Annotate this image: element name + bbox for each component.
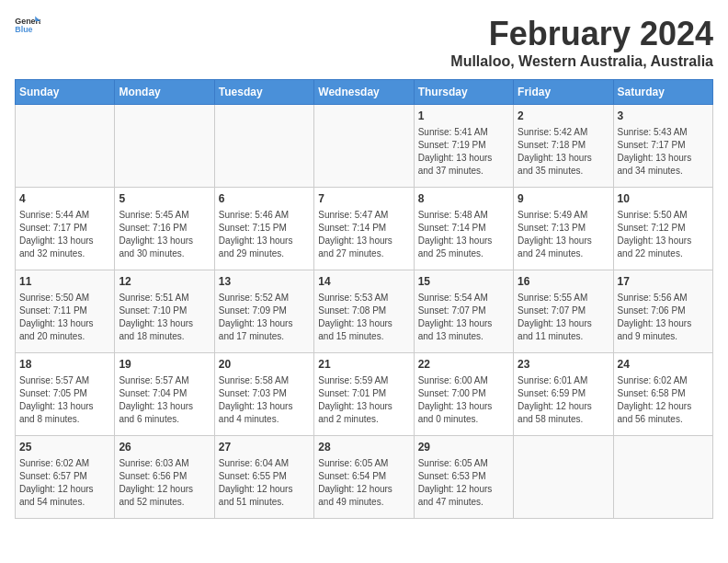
cell-content: Sunrise: 5:57 AMSunset: 7:05 PMDaylight:… [19, 374, 110, 426]
cell-content: Sunrise: 6:03 AMSunset: 6:56 PMDaylight:… [119, 457, 210, 509]
calendar-cell [214, 105, 313, 188]
day-number: 19 [119, 357, 210, 373]
day-number: 8 [418, 191, 509, 207]
cell-content: Sunrise: 5:59 AMSunset: 7:01 PMDaylight:… [318, 374, 409, 426]
day-number: 22 [418, 357, 509, 373]
cell-content: Sunrise: 6:01 AMSunset: 6:59 PMDaylight:… [518, 374, 609, 426]
day-number: 29 [418, 440, 509, 455]
calendar-cell: 14Sunrise: 5:53 AMSunset: 7:08 PMDayligh… [314, 270, 414, 353]
calendar-cell: 20Sunrise: 5:58 AMSunset: 7:03 PMDayligh… [214, 353, 313, 436]
calendar-cell: 23Sunrise: 6:01 AMSunset: 6:59 PMDayligh… [514, 353, 613, 436]
logo: General Blue [15, 15, 40, 35]
cell-content: Sunrise: 6:00 AMSunset: 7:00 PMDaylight:… [418, 374, 509, 426]
day-number: 12 [119, 274, 210, 290]
calendar-body: 1Sunrise: 5:41 AMSunset: 7:19 PMDaylight… [16, 105, 713, 519]
calendar-cell [115, 105, 214, 188]
day-number: 10 [618, 191, 709, 207]
cell-content: Sunrise: 6:02 AMSunset: 6:58 PMDaylight:… [618, 374, 709, 426]
cell-content: Sunrise: 5:44 AMSunset: 7:17 PMDaylight:… [19, 209, 110, 260]
cell-content: Sunrise: 5:45 AMSunset: 7:16 PMDaylight:… [119, 209, 210, 260]
calendar-cell: 11Sunrise: 5:50 AMSunset: 7:11 PMDayligh… [16, 270, 115, 353]
calendar-cell: 16Sunrise: 5:55 AMSunset: 7:07 PMDayligh… [514, 270, 613, 353]
day-number: 2 [518, 109, 609, 124]
cell-content: Sunrise: 5:51 AMSunset: 7:10 PMDaylight:… [119, 292, 210, 343]
cell-content: Sunrise: 5:50 AMSunset: 7:11 PMDaylight:… [19, 292, 110, 343]
cell-content: Sunrise: 5:43 AMSunset: 7:17 PMDaylight:… [618, 126, 709, 178]
title-block: February 2024 Mullaloo, Western Australi… [450, 15, 713, 70]
logo-icon: General Blue [15, 15, 40, 35]
cell-content: Sunrise: 6:02 AMSunset: 6:57 PMDaylight:… [19, 457, 110, 509]
cell-content: Sunrise: 5:57 AMSunset: 7:04 PMDaylight:… [119, 374, 210, 426]
calendar-cell: 12Sunrise: 5:51 AMSunset: 7:10 PMDayligh… [115, 270, 214, 353]
calendar-cell: 10Sunrise: 5:50 AMSunset: 7:12 PMDayligh… [613, 188, 712, 270]
calendar-cell: 25Sunrise: 6:02 AMSunset: 6:57 PMDayligh… [16, 436, 115, 519]
calendar-cell [514, 436, 613, 519]
day-number: 7 [318, 191, 409, 207]
cell-content: Sunrise: 5:53 AMSunset: 7:08 PMDaylight:… [318, 292, 409, 343]
cell-content: Sunrise: 5:42 AMSunset: 7:18 PMDaylight:… [518, 126, 609, 178]
cell-content: Sunrise: 5:55 AMSunset: 7:07 PMDaylight:… [518, 292, 609, 343]
cell-content: Sunrise: 5:41 AMSunset: 7:19 PMDaylight:… [418, 126, 509, 178]
calendar-week-3: 11Sunrise: 5:50 AMSunset: 7:11 PMDayligh… [16, 270, 713, 353]
calendar-cell: 18Sunrise: 5:57 AMSunset: 7:05 PMDayligh… [16, 353, 115, 436]
day-number: 25 [19, 440, 110, 455]
day-number: 20 [219, 357, 310, 373]
day-number: 11 [19, 274, 110, 290]
cell-content: Sunrise: 6:05 AMSunset: 6:53 PMDaylight:… [418, 457, 509, 509]
header-cell-wednesday: Wednesday [314, 80, 414, 105]
subtitle: Mullaloo, Western Australia, Australia [450, 53, 713, 70]
day-number: 4 [19, 191, 110, 207]
calendar-cell: 1Sunrise: 5:41 AMSunset: 7:19 PMDaylight… [414, 105, 513, 188]
header-cell-saturday: Saturday [613, 80, 712, 105]
cell-content: Sunrise: 5:50 AMSunset: 7:12 PMDaylight:… [618, 209, 709, 260]
calendar-week-2: 4Sunrise: 5:44 AMSunset: 7:17 PMDaylight… [16, 188, 713, 270]
header: General Blue February 2024 Mullaloo, Wes… [15, 15, 713, 70]
day-number: 21 [318, 357, 409, 373]
day-number: 28 [318, 440, 409, 455]
day-number: 17 [618, 274, 709, 290]
calendar-cell: 24Sunrise: 6:02 AMSunset: 6:58 PMDayligh… [613, 353, 712, 436]
header-cell-friday: Friday [514, 80, 613, 105]
calendar-cell: 29Sunrise: 6:05 AMSunset: 6:53 PMDayligh… [414, 436, 513, 519]
day-number: 1 [418, 109, 509, 124]
calendar-cell: 26Sunrise: 6:03 AMSunset: 6:56 PMDayligh… [115, 436, 214, 519]
cell-content: Sunrise: 6:04 AMSunset: 6:55 PMDaylight:… [219, 457, 310, 509]
svg-text:Blue: Blue [15, 25, 32, 34]
cell-content: Sunrise: 5:54 AMSunset: 7:07 PMDaylight:… [418, 292, 509, 343]
calendar-cell: 17Sunrise: 5:56 AMSunset: 7:06 PMDayligh… [613, 270, 712, 353]
day-number: 6 [219, 191, 310, 207]
cell-content: Sunrise: 5:49 AMSunset: 7:13 PMDaylight:… [518, 209, 609, 260]
day-number: 14 [318, 274, 409, 290]
header-cell-tuesday: Tuesday [214, 80, 313, 105]
cell-content: Sunrise: 5:56 AMSunset: 7:06 PMDaylight:… [618, 292, 709, 343]
calendar-cell: 7Sunrise: 5:47 AMSunset: 7:14 PMDaylight… [314, 188, 414, 270]
calendar-week-1: 1Sunrise: 5:41 AMSunset: 7:19 PMDaylight… [16, 105, 713, 188]
calendar-cell: 4Sunrise: 5:44 AMSunset: 7:17 PMDaylight… [16, 188, 115, 270]
day-number: 23 [518, 357, 609, 373]
calendar-cell: 3Sunrise: 5:43 AMSunset: 7:17 PMDaylight… [613, 105, 712, 188]
cell-content: Sunrise: 5:52 AMSunset: 7:09 PMDaylight:… [219, 292, 310, 343]
calendar-cell: 5Sunrise: 5:45 AMSunset: 7:16 PMDaylight… [115, 188, 214, 270]
calendar-cell: 19Sunrise: 5:57 AMSunset: 7:04 PMDayligh… [115, 353, 214, 436]
calendar-table: SundayMondayTuesdayWednesdayThursdayFrid… [15, 79, 713, 519]
cell-content: Sunrise: 5:47 AMSunset: 7:14 PMDaylight:… [318, 209, 409, 260]
cell-content: Sunrise: 6:05 AMSunset: 6:54 PMDaylight:… [318, 457, 409, 509]
calendar-cell: 13Sunrise: 5:52 AMSunset: 7:09 PMDayligh… [214, 270, 313, 353]
calendar-cell: 21Sunrise: 5:59 AMSunset: 7:01 PMDayligh… [314, 353, 414, 436]
calendar-cell: 9Sunrise: 5:49 AMSunset: 7:13 PMDaylight… [514, 188, 613, 270]
cell-content: Sunrise: 5:46 AMSunset: 7:15 PMDaylight:… [219, 209, 310, 260]
day-number: 24 [618, 357, 709, 373]
header-row: SundayMondayTuesdayWednesdayThursdayFrid… [16, 80, 713, 105]
calendar-cell: 28Sunrise: 6:05 AMSunset: 6:54 PMDayligh… [314, 436, 414, 519]
header-cell-sunday: Sunday [16, 80, 115, 105]
day-number: 15 [418, 274, 509, 290]
day-number: 16 [518, 274, 609, 290]
calendar-week-5: 25Sunrise: 6:02 AMSunset: 6:57 PMDayligh… [16, 436, 713, 519]
calendar-cell: 15Sunrise: 5:54 AMSunset: 7:07 PMDayligh… [414, 270, 513, 353]
day-number: 5 [119, 191, 210, 207]
calendar-cell [16, 105, 115, 188]
main-title: February 2024 [450, 15, 713, 53]
calendar-cell [314, 105, 414, 188]
calendar-header: SundayMondayTuesdayWednesdayThursdayFrid… [16, 80, 713, 105]
day-number: 18 [19, 357, 110, 373]
